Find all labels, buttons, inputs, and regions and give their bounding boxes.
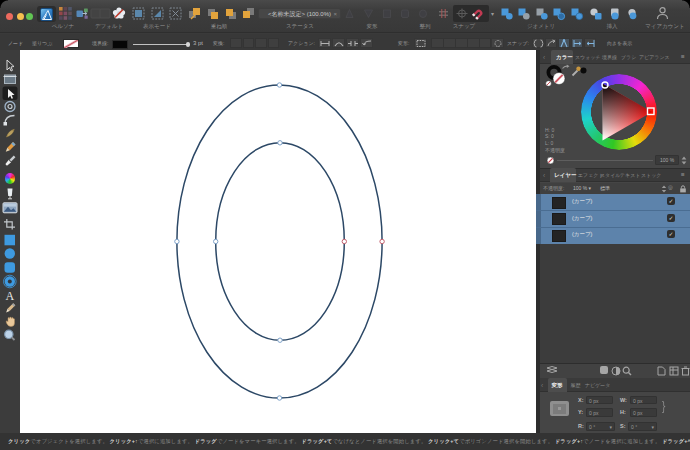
svg-text:A: A (6, 289, 15, 303)
